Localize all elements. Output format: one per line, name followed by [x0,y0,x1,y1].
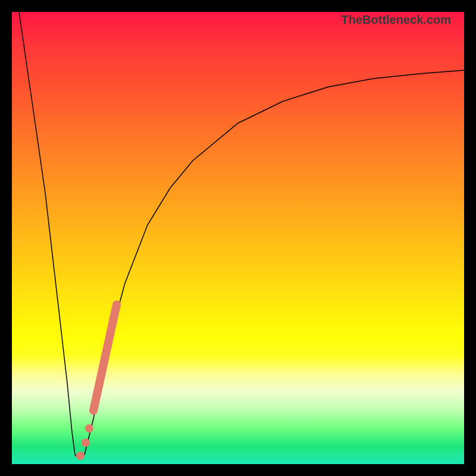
highlight-dot-2 [82,439,90,447]
attribution-label: TheBottleneck.com [342,13,451,27]
chart-container: TheBottleneck.com [0,0,476,476]
highlight-segment [93,305,117,411]
bottleneck-curve [19,12,464,459]
plot-area: TheBottleneck.com [12,12,464,464]
highlight-dot-1 [76,452,84,460]
highlight-dot-3 [85,424,93,433]
curve-svg [12,12,464,464]
